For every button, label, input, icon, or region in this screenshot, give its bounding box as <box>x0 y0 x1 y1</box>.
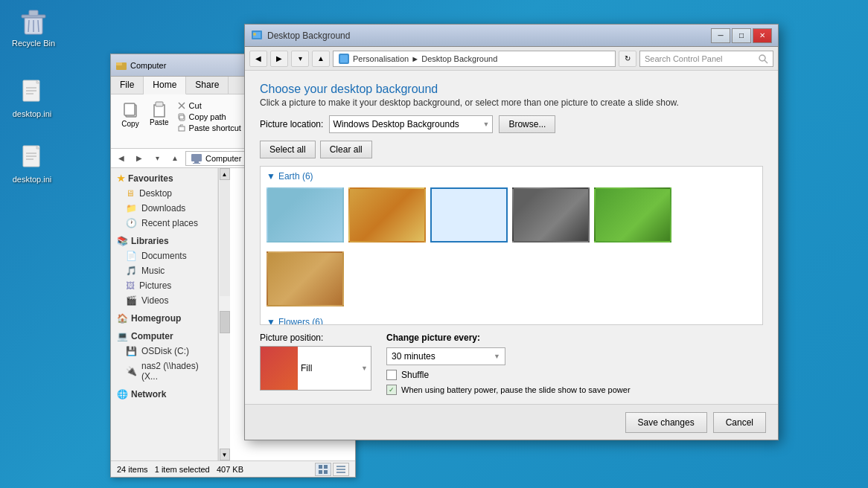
list-view-btn[interactable] <box>315 463 331 476</box>
restore-btn[interactable]: □ <box>732 28 751 43</box>
earth-section-header[interactable]: ▼ Earth (6) <box>261 167 762 184</box>
close-btn[interactable]: ✕ <box>753 28 772 43</box>
thumbnail-e2[interactable] <box>348 187 426 243</box>
desktop-ini-icon-2[interactable]: desktop.ini <box>6 140 58 187</box>
address-breadcrumb: Personalisation ► Desktop Background <box>353 54 497 63</box>
svg-rect-33 <box>324 470 328 474</box>
nav-recent-btn[interactable]: ▾ <box>291 51 309 67</box>
dialog-heading: Choose your desktop background <box>260 83 763 96</box>
scroll-up-btn[interactable]: ▲ <box>220 168 230 180</box>
file-tab[interactable]: File <box>111 77 144 94</box>
favourites-label: Favourites <box>128 173 173 184</box>
paste-shortcut-label: Paste shortcut <box>189 123 241 132</box>
favourites-header[interactable]: ★ Favourites <box>111 171 217 186</box>
share-tab[interactable]: Share <box>186 77 229 94</box>
desktop-ini-label-2: desktop.ini <box>13 175 52 184</box>
cancel-button[interactable]: Cancel <box>713 412 766 433</box>
computer-icon <box>191 152 202 164</box>
sidebar-item-nas2[interactable]: 🔌 nas2 (\\hades) (X... <box>111 359 217 384</box>
battery-checkbox[interactable]: ✓ <box>386 385 397 395</box>
libraries-label: Libraries <box>131 236 169 246</box>
up-btn[interactable]: ▲ <box>167 151 182 166</box>
home-tab[interactable]: Home <box>144 77 186 94</box>
sidebar-item-osdisk[interactable]: 💾 OSDisk (C:) <box>111 344 217 359</box>
homegroup-header[interactable]: 🏠 Homegroup <box>111 311 217 326</box>
earth-label: Earth (6) <box>278 171 313 182</box>
scroll-down-btn[interactable]: ▼ <box>220 449 230 460</box>
back-btn[interactable]: ◀ <box>114 151 129 166</box>
copy-button[interactable]: Copy <box>117 97 144 129</box>
sidebar-item-desktop[interactable]: 🖥 Desktop <box>111 186 217 201</box>
sidebar-scrollbar[interactable]: ▲ ▼ <box>218 168 230 460</box>
paste-icon <box>150 99 168 120</box>
favourites-section: ★ Favourites 🖥 Desktop 📁 Downloads � <box>111 171 217 231</box>
nav-forward-btn[interactable]: ▶ <box>270 51 288 67</box>
shuffle-row: Shuffle <box>386 370 631 380</box>
scroll-thumb[interactable] <box>220 311 230 333</box>
recycle-bin-icon[interactable]: Recycle Bin <box>7 4 60 51</box>
view-controls <box>315 463 349 476</box>
cut-icon <box>177 101 186 110</box>
thumbnail-e5[interactable] <box>594 187 671 243</box>
browse-button[interactable]: Browse... <box>499 115 555 133</box>
network-header[interactable]: 🌐 Network <box>111 387 217 402</box>
cut-button[interactable]: Cut <box>175 100 243 111</box>
docs-icon: 📄 <box>126 251 137 261</box>
details-view-btn[interactable] <box>333 463 349 476</box>
computer-header[interactable]: 💻 Computer <box>111 329 217 344</box>
cut-label: Cut <box>189 101 202 110</box>
libraries-header[interactable]: 📚 Libraries <box>111 234 217 248</box>
recent-icon: 🕐 <box>126 218 137 228</box>
picture-location-select[interactable]: Windows Desktop Backgrounds ▼ <box>329 115 493 133</box>
network-icon: 🌐 <box>117 389 128 399</box>
explorer-sidebar: ★ Favourites 🖥 Desktop 📁 Downloads � <box>111 168 218 460</box>
refresh-btn[interactable]: ↻ <box>619 51 636 67</box>
select-all-button[interactable]: Select all <box>260 141 316 158</box>
shuffle-checkbox[interactable] <box>386 370 397 380</box>
flowers-section-header[interactable]: ▼ Flowers (6) <box>261 312 762 325</box>
sidebar-item-videos[interactable]: 🎬 Videos <box>111 293 217 308</box>
recycle-bin-label: Recycle Bin <box>12 39 55 48</box>
sidebar-item-recent[interactable]: 🕐 Recent places <box>111 216 217 231</box>
svg-rect-30 <box>319 465 322 469</box>
sidebar-item-pictures[interactable]: 🖼 Pictures <box>111 278 217 293</box>
picture-position-section: Picture position: Fill ▼ <box>260 333 371 391</box>
svg-line-5 <box>38 20 39 32</box>
change-picture-chevron: ▼ <box>494 353 500 360</box>
homegroup-label: Homegroup <box>131 313 181 324</box>
save-changes-label: Save changes <box>638 417 695 428</box>
dialog-app-icon <box>251 30 263 42</box>
sidebar-item-documents[interactable]: 📄 Documents <box>111 248 217 263</box>
thumbnail-e1[interactable] <box>267 187 344 243</box>
thumbnail-e4[interactable] <box>512 187 590 243</box>
svg-rect-19 <box>124 103 135 115</box>
svg-line-43 <box>765 60 768 63</box>
save-changes-button[interactable]: Save changes <box>625 412 707 433</box>
thumbnail-e6[interactable] <box>267 251 344 306</box>
clear-all-button[interactable]: Clear all <box>320 141 372 158</box>
forward-btn[interactable]: ▶ <box>132 151 147 166</box>
change-picture-select[interactable]: 30 minutes ▼ <box>386 347 505 365</box>
svg-rect-29 <box>193 163 200 164</box>
dialog-title-text: Desktop Background <box>267 30 350 41</box>
sidebar-item-downloads[interactable]: 📁 Downloads <box>111 201 217 216</box>
select-buttons-row: Select all Clear all <box>260 141 763 158</box>
search-control-panel[interactable]: Search Control Panel <box>639 51 773 67</box>
nav-up-btn[interactable]: ▲ <box>312 51 330 67</box>
desktop-ini-icon-1[interactable]: desktop.ini <box>6 74 58 121</box>
position-select-control[interactable]: Fill ▼ <box>298 347 371 390</box>
minimize-btn[interactable]: ─ <box>711 28 730 43</box>
dialog-header-section: Choose your desktop background Click a p… <box>260 83 763 108</box>
recent-btn[interactable]: ▾ <box>150 151 165 166</box>
dialog-body: Choose your desktop background Click a p… <box>245 71 778 404</box>
list-view-icon <box>318 464 328 475</box>
paste-shortcut-icon <box>177 123 186 132</box>
change-picture-section: Change picture every: 30 minutes ▼ Shuff… <box>386 333 631 395</box>
desktop-ini-label-1: desktop.ini <box>13 109 52 118</box>
thumbnail-e3[interactable] <box>430 187 508 243</box>
copy-path-button[interactable]: Copy path <box>175 112 243 122</box>
paste-shortcut-button[interactable]: Paste shortcut <box>175 123 243 133</box>
nav-back-btn[interactable]: ◀ <box>249 51 267 67</box>
paste-button[interactable]: Paste <box>147 99 172 128</box>
sidebar-item-music[interactable]: 🎵 Music <box>111 263 217 278</box>
